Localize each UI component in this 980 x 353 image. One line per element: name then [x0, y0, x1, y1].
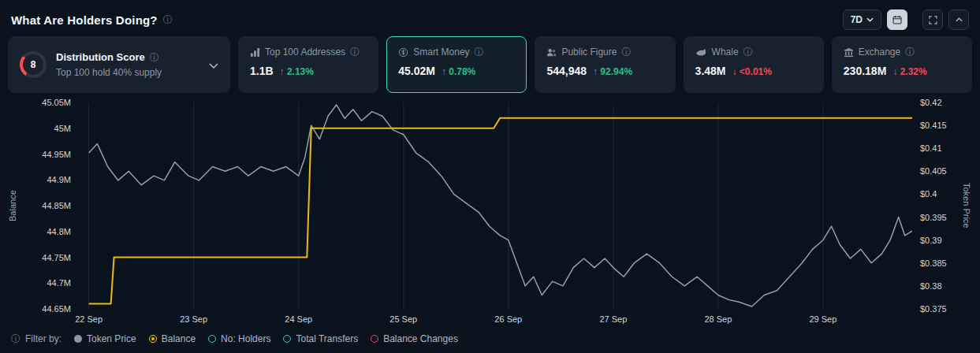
filter-info-icon[interactable]: ⓘ: [11, 334, 20, 344]
chart-canvas[interactable]: [80, 102, 912, 309]
axis-tick: $0.375: [920, 304, 947, 314]
distribution-info-icon[interactable]: ⓘ: [150, 53, 159, 62]
x-axis-tick: 24 Sep: [285, 314, 312, 324]
calendar-icon: [892, 15, 902, 24]
x-axis-tick: 26 Sep: [494, 314, 522, 324]
info-icon[interactable]: ⓘ: [350, 47, 360, 57]
fullscreen-button[interactable]: [922, 9, 943, 30]
fullscreen-icon: [929, 16, 937, 24]
bank-icon: [844, 47, 854, 58]
info-icon[interactable]: ⓘ: [475, 47, 484, 57]
axis-tick: 44.75M: [42, 253, 71, 262]
bars-icon: [250, 47, 260, 58]
holders-chart: Balance 45.05M45M44.95M44.9M44.85M44.8M4…: [5, 102, 975, 326]
stat-value: 544,948: [546, 65, 587, 77]
series-token-price: [89, 105, 912, 307]
stat-value: 3.48M: [695, 65, 726, 77]
legend-label: Token Price: [87, 333, 136, 344]
axis-tick: 45.05M: [42, 98, 71, 107]
x-axis-tick: 28 Sep: [704, 314, 732, 324]
legend-no-holders[interactable]: No: Holders: [208, 333, 270, 344]
axis-tick: $0.4: [920, 189, 937, 199]
card-whale[interactable]: Whale ⓘ 3.48M ↓ <0.01%: [684, 36, 824, 93]
panel-header: What Are Holders Doing? ⓘ 7D: [0, 0, 980, 36]
collapse-button[interactable]: [948, 9, 969, 30]
axis-tick: $0.42: [920, 98, 942, 107]
info-icon[interactable]: ⓘ: [621, 47, 631, 57]
stat-change: ↓ 2.32%: [892, 66, 926, 77]
axis-tick: $0.405: [920, 166, 947, 176]
axis-tick: 45M: [54, 124, 71, 133]
chevron-down-icon: [866, 17, 874, 22]
timeframe-dropdown[interactable]: 7D: [843, 9, 881, 30]
legend-balance[interactable]: Balance: [149, 333, 196, 344]
legend-label: Balance: [162, 333, 196, 344]
stat-label: Public Figure: [561, 46, 617, 58]
info-icon[interactable]: ⓘ: [743, 47, 753, 57]
axis-tick: $0.385: [920, 258, 947, 268]
axis-tick: 44.8M: [47, 227, 71, 236]
right-axis-ticks: $0.42$0.415$0.41$0.405$0.4$0.395$0.39$0.…: [912, 98, 958, 314]
left-axis-title: Balance: [5, 102, 20, 309]
stat-change: ↑ 2.13%: [280, 66, 314, 77]
title-info-icon[interactable]: ⓘ: [163, 15, 173, 24]
distribution-title: Distribution Score: [56, 51, 145, 63]
holders-panel: What Are Holders Doing? ⓘ 7D: [0, 0, 980, 353]
card-smart-money[interactable]: Smart Money ⓘ 45.02M ↑ 0.78%: [386, 36, 527, 93]
transfers-dot-icon: [283, 335, 291, 343]
axis-tick: 44.65M: [42, 304, 71, 314]
stat-value: 1.1B: [250, 65, 274, 77]
stat-change: ↓ <0.01%: [732, 66, 772, 77]
stat-label: Smart Money: [413, 46, 469, 58]
filter-label: Filter by:: [25, 333, 61, 344]
stat-label: Top 100 Addresses: [265, 46, 345, 58]
axis-tick: $0.395: [920, 213, 947, 222]
card-exchange[interactable]: Exchange ⓘ 230.18M ↓ 2.32%: [832, 36, 972, 93]
x-axis-tick: 23 Sep: [180, 314, 207, 324]
x-axis-tick: 27 Sep: [599, 314, 627, 324]
axis-tick: 44.7M: [47, 278, 71, 288]
whale-icon: [695, 48, 707, 57]
distribution-subtitle: Top 100 hold 40% supply: [56, 67, 199, 78]
coin-icon: [398, 47, 408, 58]
filter-bar: ⓘ Filter by: Token Price Balance No: Hol…: [0, 326, 980, 353]
header-controls: 7D: [843, 9, 969, 30]
axis-tick: $0.415: [920, 121, 947, 130]
axis-tick: 44.85M: [42, 201, 71, 210]
x-axis-ticks: 22 Sep23 Sep24 Sep25 Sep26 Sep27 Sep28 S…: [80, 309, 912, 326]
x-axis-tick: 25 Sep: [389, 314, 417, 324]
card-top-100-addresses[interactable]: Top 100 Addresses ⓘ 1.1B ↑ 2.13%: [238, 36, 378, 93]
chevron-down-icon[interactable]: [209, 58, 218, 72]
stat-cards-row: 8 Distribution Score ⓘ Top 100 hold 40% …: [0, 36, 980, 93]
distribution-score-card[interactable]: 8 Distribution Score ⓘ Top 100 hold 40% …: [8, 36, 230, 93]
timeframe-label: 7D: [851, 14, 863, 25]
page-title: What Are Holders Doing?: [11, 13, 158, 27]
chart-plot-area[interactable]: [80, 102, 912, 309]
calendar-button[interactable]: [887, 9, 907, 30]
legend-label: No: Holders: [221, 333, 270, 344]
legend-token-price[interactable]: Token Price: [74, 333, 136, 344]
balance-changes-dot-icon: [371, 335, 378, 343]
score-value: 8: [23, 54, 43, 75]
right-axis-title: Token Price: [958, 102, 975, 309]
legend-balance-changes[interactable]: Balance Changes: [371, 333, 458, 344]
stat-label: Exchange: [859, 46, 900, 58]
legend-total-transfers[interactable]: Total Transfers: [283, 333, 358, 344]
people-icon: [546, 47, 557, 58]
axis-tick: $0.38: [920, 281, 942, 291]
stat-label: Whale: [712, 46, 739, 58]
holders-dot-icon: [208, 335, 216, 343]
x-axis-tick: 29 Sep: [809, 314, 837, 324]
axis-tick: 44.95M: [42, 150, 71, 159]
legend-label: Total Transfers: [296, 333, 358, 344]
stat-change: ↑ 0.78%: [442, 66, 475, 77]
stat-value: 45.02M: [398, 65, 435, 77]
left-axis-ticks: 45.05M45M44.95M44.9M44.85M44.8M44.75M44.…: [20, 98, 80, 314]
stat-change: ↑ 92.94%: [593, 66, 632, 77]
score-gauge: 8: [20, 51, 47, 78]
chevron-up-icon: [956, 17, 963, 22]
axis-tick: 44.9M: [47, 175, 71, 184]
card-public-figure[interactable]: Public Figure ⓘ 544,948 ↑ 92.94%: [535, 36, 675, 93]
axis-tick: $0.39: [920, 236, 942, 245]
info-icon[interactable]: ⓘ: [905, 47, 915, 57]
